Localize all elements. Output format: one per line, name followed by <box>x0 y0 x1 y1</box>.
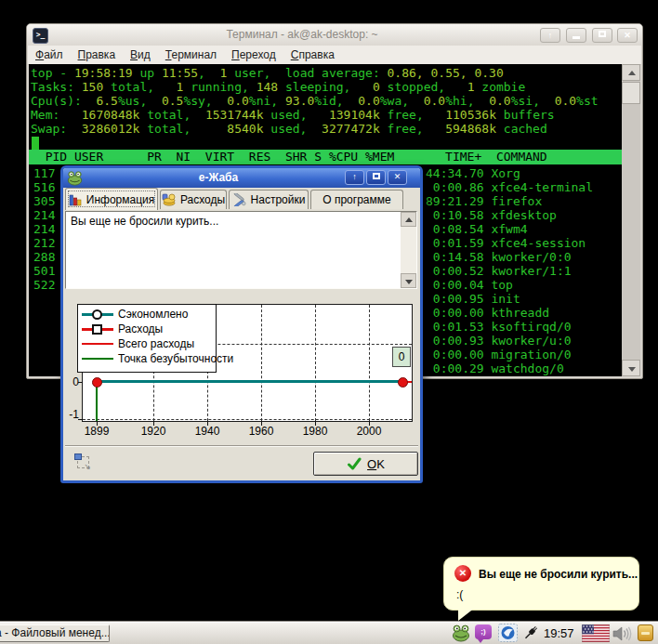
task-button[interactable]: а - Файловый менед... <box>0 624 110 642</box>
legend-label: Точка безубыточности <box>118 352 233 365</box>
tab-label: О программе <box>322 193 390 206</box>
process-row: 0:08.54 xfwm4 <box>426 222 593 236</box>
terminal-titlebar[interactable]: >_ Терминал - ak@ak-desktop: ~ <box>27 24 642 46</box>
scroll-up-button[interactable] <box>622 64 640 81</box>
dialog-rollup-button[interactable] <box>345 170 364 185</box>
menu-item[interactable]: Справка <box>283 46 342 61</box>
chat-tray-icon[interactable]: ;) <box>475 624 492 639</box>
error-icon: ✕ <box>454 565 471 582</box>
x-tick-label: 2000 <box>349 425 389 438</box>
tab-label: Информация <box>86 193 154 206</box>
process-row: 0:00.95 init <box>426 292 593 306</box>
menu-item[interactable]: Терминал <box>158 46 224 61</box>
tab-about[interactable]: О программе <box>310 190 403 209</box>
frog-app-icon <box>67 170 83 186</box>
process-row-pid: 516 <box>33 180 55 194</box>
x-tick-label: 1899 <box>76 425 117 438</box>
terminal-cursor <box>32 137 39 150</box>
plot-area: 0 0 -1 189919201940196019802000 Сэкономл… <box>82 304 413 422</box>
tools-icon <box>232 193 246 206</box>
y-tick-label: -1 <box>66 408 79 421</box>
tab-expenses[interactable]: Расходы <box>160 190 227 209</box>
gridline <box>83 419 412 420</box>
process-row: 0:00.04 top <box>426 278 593 292</box>
process-row: 0:01.53 ksoftirqd/0 <box>426 320 593 334</box>
textbox-scroll-up-button[interactable] <box>401 212 416 227</box>
breakeven-line <box>96 382 98 421</box>
tab-label: Настройки <box>251 193 306 206</box>
menu-item[interactable]: Вид <box>123 46 158 61</box>
dialog-body: Информация Расходы Настройки О программе… <box>63 188 420 480</box>
scroll-down-button[interactable] <box>622 360 640 376</box>
notification-title: Вы еще не бросили курить... <box>479 568 638 581</box>
process-row: 0:00.00 migration/0 <box>426 348 593 361</box>
process-row-pid: 522 <box>33 278 55 292</box>
ezhaba-dialog-window: е-Жаба ✕ Информация Расходы <box>60 165 423 483</box>
legend-label: Всего расходы <box>118 337 194 350</box>
process-row-pid: 288 <box>33 250 55 264</box>
info-textbox[interactable]: Вы еще не бросили курить... <box>65 211 417 289</box>
expenses-line-sample <box>82 323 113 335</box>
process-row-pid: 305 <box>33 194 55 208</box>
menu-item[interactable]: Переход <box>224 46 283 61</box>
tab-label: Расходы <box>180 193 225 206</box>
x-tick-label: 1940 <box>187 425 228 438</box>
check-icon <box>347 456 362 471</box>
us-flag-icon[interactable] <box>582 624 610 642</box>
clock[interactable]: 19:57 <box>544 626 585 640</box>
chart: 0 0 -1 189919201940196019802000 Сэкономл… <box>63 304 420 443</box>
process-table-header: PID USER PR NI VIRT RES SHR S %CPU %MEM … <box>29 150 622 164</box>
y-tick <box>78 419 83 420</box>
legend-item: Всего расходы <box>78 336 216 351</box>
terminal-menubar: ФайлПравкаВидТерминалПереходСправка <box>28 46 641 65</box>
tab-settings[interactable]: Настройки <box>229 190 309 209</box>
annotation-box: 0 <box>392 347 411 367</box>
menu-item[interactable]: Правка <box>71 46 124 61</box>
gridline <box>261 305 262 421</box>
gold-app-icon[interactable] <box>638 624 653 641</box>
dialog-close-button[interactable]: ✕ <box>388 170 407 185</box>
terminal-close-button[interactable] <box>617 28 638 43</box>
legend-label: Расходы <box>118 322 163 335</box>
plug-tray-icon[interactable] <box>521 624 540 642</box>
breakeven-line-sample <box>82 353 113 364</box>
process-row: 0:00.00 kthreadd <box>426 306 593 320</box>
process-row-pid: 214 <box>33 208 55 222</box>
terminal-maximize-button[interactable] <box>592 28 612 43</box>
process-row: 0:00.29 watchdog/0 <box>426 361 593 375</box>
terminal-rollup-button[interactable] <box>540 28 560 43</box>
volume-icon[interactable] <box>612 625 633 642</box>
tab-information[interactable]: Информация <box>65 188 158 210</box>
terminal-minimize-button[interactable] <box>566 28 586 43</box>
mail-tray-icon[interactable] <box>498 624 518 642</box>
coins-icon <box>162 193 176 206</box>
notification-body: :( <box>456 588 463 601</box>
legend-item: Сэкономлено <box>78 307 216 322</box>
gridline <box>315 305 316 421</box>
scroll-thumb[interactable] <box>622 82 640 104</box>
terminal-window-title: Терминал - ak@ak-desktop: ~ <box>83 24 521 46</box>
textbox-scroll-down-button[interactable] <box>401 273 416 288</box>
dialog-titlebar[interactable]: е-Жаба ✕ <box>63 168 420 188</box>
textbox-scrollbar[interactable] <box>401 212 416 288</box>
terminal-app-icon: >_ <box>33 28 48 44</box>
dialog-maximize-button[interactable] <box>366 170 386 185</box>
process-row: 0:00.52 kworker/1:1 <box>426 264 593 278</box>
y-tick-label: 0 <box>66 375 79 388</box>
x-tick-label: 1920 <box>133 425 174 438</box>
info-text: Вы еще не бросили курить... <box>71 215 396 228</box>
ok-button-label: OK <box>367 457 385 471</box>
terminal-scrollbar[interactable] <box>622 64 640 376</box>
pid-column: 117516305214214212288501522 <box>33 166 55 292</box>
desktop: { "terminal": { "title": "Терминал - ak@… <box>0 0 658 644</box>
top-summary: top - 19:58:19 up 11:55, 1 user, load av… <box>31 66 599 136</box>
frog-tray-icon[interactable] <box>452 624 470 642</box>
data-point-marker <box>92 377 102 388</box>
menu-item[interactable]: Файл <box>28 46 71 61</box>
gridline <box>369 305 370 421</box>
process-row: 0:00.93 kworker/u:0 <box>426 334 593 348</box>
separator <box>65 445 418 447</box>
ok-button[interactable]: OK <box>313 452 418 476</box>
resize-handle-icon[interactable]: ↘ <box>74 453 91 470</box>
notification-balloon[interactable]: ✕ Вы еще не бросили курить... :( <box>443 557 639 611</box>
